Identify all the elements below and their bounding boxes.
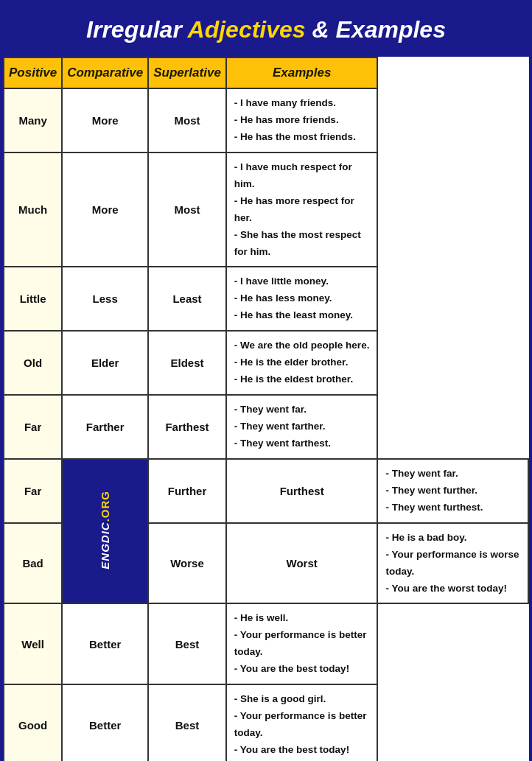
example-line: - They went further. (385, 485, 477, 496)
table-row: OldElderEldest- We are the old people he… (4, 331, 528, 395)
watermark-badge: ENGDIC.ORG (62, 459, 148, 604)
positive-cell: Well (4, 603, 62, 684)
examples-cell: - They went far.- They went further.- Th… (377, 459, 528, 523)
comparative-cell: Better (62, 603, 148, 684)
example-line: - He is the eldest brother. (234, 374, 353, 385)
superlative-cell: Eldest (148, 331, 226, 395)
examples-cell: - He is a bad boy.- Your performance is … (377, 523, 528, 604)
superlative-cell: Farthest (148, 395, 226, 459)
comparative-cell: More (62, 88, 148, 152)
col-comparative: Comparative (62, 57, 148, 88)
col-superlative: Superlative (148, 57, 226, 88)
example-line: - I have much respect for him. (234, 161, 352, 189)
col-positive: Positive (4, 57, 62, 88)
card: Irregular Adjectives & Examples Positive… (0, 0, 532, 761)
example-line: - I have many friends. (234, 97, 336, 108)
example-line: - He has the most friends. (234, 131, 356, 142)
title-part1: Irregular (86, 16, 188, 43)
adjectives-table: Positive Comparative Superlative Example… (3, 57, 529, 761)
table-row: LittleLessLeast- I have little money.- H… (4, 267, 528, 331)
table-row: MuchMoreMost- I have much respect for hi… (4, 152, 528, 267)
table-row: ManyMoreMost- I have many friends.- He h… (4, 88, 528, 152)
examples-cell: - They went far.- They went farther.- Th… (226, 395, 378, 459)
positive-cell: Old (4, 331, 62, 395)
example-line: - Your performance is worse today. (385, 549, 519, 577)
positive-cell: Good (4, 684, 62, 761)
superlative-cell: Worst (226, 523, 378, 604)
superlative-cell: Best (148, 603, 226, 684)
example-line: - Your performance is better today. (234, 629, 367, 657)
example-line: - He is the elder brother. (234, 357, 349, 368)
examples-cell: - He is well.- Your performance is bette… (226, 603, 378, 684)
title: Irregular Adjectives & Examples (10, 16, 522, 43)
example-line: - They went farthest. (234, 438, 331, 449)
table-header-row: Positive Comparative Superlative Example… (4, 57, 528, 88)
examples-cell: - I have many friends.- He has more frie… (226, 88, 378, 152)
examples-cell: - We are the old people here.- He is the… (226, 331, 378, 395)
positive-cell: Many (4, 88, 62, 152)
example-line: - You are the best today! (234, 663, 349, 674)
example-line: - He is well. (234, 612, 289, 623)
superlative-cell: Best (148, 684, 226, 761)
comparative-cell: Less (62, 267, 148, 331)
example-line: - I have little money. (234, 276, 329, 287)
examples-cell: - I have little money.- He has less mone… (226, 267, 378, 331)
example-line: - You are the worst today! (385, 583, 507, 594)
table-row: FarFartherFarthest- They went far.- They… (4, 395, 528, 459)
superlative-cell: Furthest (226, 459, 378, 523)
col-examples: Examples (226, 57, 378, 88)
comparative-cell: Better (62, 684, 148, 761)
example-line: - We are the old people here. (234, 340, 370, 351)
positive-cell: Far (4, 459, 62, 523)
example-line: - He has less money. (234, 292, 332, 304)
example-line: - He has the least money. (234, 309, 353, 320)
example-line: - He has more respect for her. (234, 195, 354, 223)
title-highlight: Adjectives (188, 16, 306, 43)
example-line: - They went far. (385, 468, 458, 479)
table-row: WellBetterBest- He is well.- Your perfor… (4, 603, 528, 684)
comparative-cell: More (62, 152, 148, 267)
superlative-cell: Most (148, 88, 226, 152)
examples-cell: - I have much respect for him.- He has m… (226, 152, 378, 267)
positive-cell: Much (4, 152, 62, 267)
title-part2: & Examples (306, 16, 446, 43)
example-line: - She has the most respect for him. (234, 229, 361, 257)
table-row: FarENGDIC.ORGFurtherFurthest- They went … (4, 459, 528, 523)
comparative-cell: Elder (62, 331, 148, 395)
example-line: - They went furthest. (385, 502, 483, 513)
examples-cell: - She is a good girl.- Your performance … (226, 684, 378, 761)
example-line: - They went farther. (234, 421, 326, 432)
positive-cell: Little (4, 267, 62, 331)
comparative-cell: Further (148, 459, 226, 523)
comparative-cell: Farther (62, 395, 148, 459)
table-row: GoodBetterBest- She is a good girl.- You… (4, 684, 528, 761)
example-line: - He is a bad boy. (385, 532, 466, 543)
example-line: - He has more friends. (234, 114, 339, 125)
example-line: - Your performance is better today. (234, 710, 367, 738)
header: Irregular Adjectives & Examples (3, 3, 529, 57)
example-line: - She is a good girl. (234, 693, 326, 704)
superlative-cell: Most (148, 152, 226, 267)
superlative-cell: Least (148, 267, 226, 331)
example-line: - They went far. (234, 404, 307, 415)
positive-cell: Bad (4, 523, 62, 604)
positive-cell: Far (4, 395, 62, 459)
example-line: - You are the best today! (234, 744, 349, 755)
comparative-cell: Worse (148, 523, 226, 604)
